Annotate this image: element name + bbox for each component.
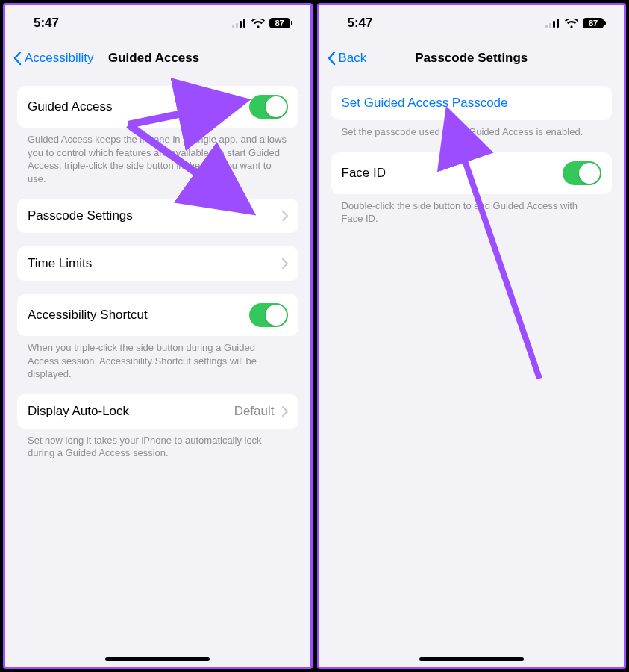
display-autolock-footer: Set how long it takes your iPhone to aut… xyxy=(17,429,298,460)
time-limits-row[interactable]: Time Limits xyxy=(17,246,298,281)
cellular-signal-icon xyxy=(232,19,247,28)
face-id-footer: Double-click the side button to end Guid… xyxy=(331,194,613,225)
back-button[interactable]: Accessibility xyxy=(13,51,94,66)
back-label: Accessibility xyxy=(25,51,94,66)
set-passcode-group: Set Guided Access Passcode Set the passc… xyxy=(331,86,613,139)
chevron-left-icon xyxy=(327,51,336,66)
guided-access-group: Guided Access Guided Access keeps the iP… xyxy=(17,86,298,185)
chevron-left-icon xyxy=(13,51,22,66)
chevron-right-icon xyxy=(282,406,288,417)
svg-rect-9 xyxy=(557,19,559,28)
status-time: 5:47 xyxy=(34,16,59,31)
content: Set Guided Access Passcode Set the passc… xyxy=(319,75,625,667)
guided-access-label: Guided Access xyxy=(28,99,112,114)
nav-bar: Back Passcode Settings xyxy=(319,41,625,75)
chevron-right-icon xyxy=(282,258,288,269)
svg-rect-7 xyxy=(549,23,551,28)
nav-title: Passcode Settings xyxy=(327,51,617,66)
set-passcode-footer: Set the passcode used when Guided Access… xyxy=(331,120,613,139)
home-indicator[interactable] xyxy=(105,657,210,661)
content: Guided Access Guided Access keeps the iP… xyxy=(5,75,310,667)
display-autolock-row[interactable]: Display Auto-Lock Default xyxy=(17,394,298,429)
svg-rect-8 xyxy=(553,21,555,28)
passcode-settings-label: Passcode Settings xyxy=(28,208,133,223)
home-indicator[interactable] xyxy=(419,657,524,661)
set-passcode-row[interactable]: Set Guided Access Passcode xyxy=(331,86,613,120)
status-bar: 5:47 87 xyxy=(319,5,625,41)
svg-rect-6 xyxy=(545,25,548,28)
guided-access-toggle[interactable] xyxy=(249,95,288,119)
display-autolock-value: Default xyxy=(234,404,275,419)
display-autolock-label: Display Auto-Lock xyxy=(28,404,129,419)
time-limits-label: Time Limits xyxy=(28,256,92,271)
status-right: 87 xyxy=(232,18,292,28)
nav-bar: Accessibility Guided Access xyxy=(5,41,310,75)
right-phone-frame: 5:47 87 Back Passcode Settings Set Guide… xyxy=(317,3,627,669)
status-bar: 5:47 87 xyxy=(5,5,310,41)
battery-icon: 87 xyxy=(583,18,606,28)
set-passcode-label: Set Guided Access Passcode xyxy=(342,96,508,111)
wifi-icon xyxy=(565,19,578,28)
battery-percentage: 87 xyxy=(589,19,598,28)
face-id-row[interactable]: Face ID xyxy=(331,152,613,194)
back-label: Back xyxy=(339,51,367,66)
face-id-group: Face ID Double-click the side button to … xyxy=(331,152,613,225)
time-limits-group: Time Limits xyxy=(17,246,298,281)
accessibility-shortcut-group: Accessibility Shortcut When you triple-c… xyxy=(17,294,298,381)
svg-rect-1 xyxy=(236,23,238,28)
back-button[interactable]: Back xyxy=(327,51,367,66)
guided-access-row[interactable]: Guided Access xyxy=(17,86,298,128)
passcode-settings-group: Passcode Settings xyxy=(17,199,298,233)
nav-title: Guided Access xyxy=(108,51,303,66)
chevron-right-icon xyxy=(282,211,288,221)
svg-rect-2 xyxy=(240,21,242,28)
accessibility-shortcut-footer: When you triple-click the side button du… xyxy=(17,336,298,381)
accessibility-shortcut-label: Accessibility Shortcut xyxy=(28,308,148,323)
face-id-toggle[interactable] xyxy=(563,161,601,185)
face-id-label: Face ID xyxy=(342,166,387,181)
display-autolock-group: Display Auto-Lock Default Set how long i… xyxy=(17,394,298,460)
passcode-settings-row[interactable]: Passcode Settings xyxy=(17,199,298,233)
left-phone-frame: 5:47 87 Accessibility Guided Access Guid… xyxy=(3,3,313,669)
battery-percentage: 87 xyxy=(275,19,284,28)
svg-rect-0 xyxy=(232,25,234,28)
svg-rect-3 xyxy=(243,19,245,28)
guided-access-footer: Guided Access keeps the iPhone in a sing… xyxy=(17,128,298,185)
accessibility-shortcut-toggle[interactable] xyxy=(249,303,288,327)
status-time: 5:47 xyxy=(348,16,373,31)
battery-icon: 87 xyxy=(269,18,292,28)
status-right: 87 xyxy=(545,18,606,28)
wifi-icon xyxy=(251,19,265,28)
cellular-signal-icon xyxy=(545,19,560,28)
accessibility-shortcut-row[interactable]: Accessibility Shortcut xyxy=(17,294,298,336)
